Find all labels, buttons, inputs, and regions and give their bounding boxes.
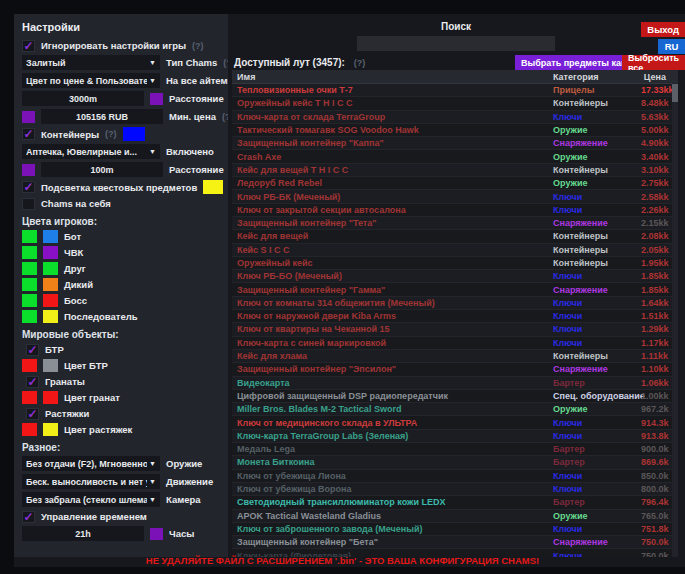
player-type-color-swatch[interactable] [43,262,58,275]
table-row[interactable]: Ключ-карта от склада TerraGroupКлючи5.63… [232,111,678,124]
table-row[interactable]: Ключ РБ-БК (Меченый)Ключи2.58kk [232,190,678,203]
table-row[interactable]: Цифровой защищенный DSP радиопередатчикС… [232,390,678,403]
table-row[interactable]: Монета БиткоинаБартер869.6k [232,456,678,469]
hours-color-swatch[interactable] [150,528,163,540]
player-visible-color-swatch[interactable] [22,230,37,243]
table-row[interactable]: Ключ от наружной двери Kiba ArmsКлючи1.5… [232,310,678,323]
camera-dropdown[interactable]: Без забрала (стекло шлема) ▼ [22,492,160,507]
table-row[interactable]: APOK Tactical Wasteland GladiusОружие765… [232,510,678,523]
item-category: Контейнеры [553,351,641,361]
table-row[interactable]: Светодиодный трансиллюминатор кожи LEDXБ… [232,496,678,509]
table-row[interactable]: Ключ от медицинского склада в УЛЬТРАКлюч… [232,416,678,429]
table-row[interactable]: Кейс для хламаКонтейнеры1.11kk [232,350,678,363]
table-row[interactable]: Оружейный кейс T H I C CКонтейнеры8.48kk [232,97,678,110]
btr-color-swatch-1[interactable] [22,359,37,372]
tripwire-color-swatch-1[interactable] [22,423,37,436]
tripwire-color-swatch-2[interactable] [43,423,58,436]
table-row[interactable]: Ключ от заброшенного завода (Меченый)Клю… [232,523,678,536]
weapon-dropdown[interactable]: Без отдачи (F2), Мгновенное п ▼ [22,456,160,471]
table-row[interactable]: Защищенный контейнер "Эпсилон"Снаряжение… [232,363,678,376]
table-row[interactable]: Ледоруб Red RebelОружие2.75kk [232,177,678,190]
column-header-name[interactable]: Имя [232,72,553,82]
player-type-color-swatch[interactable] [43,246,58,259]
item-category: Бартер [553,457,641,467]
player-visible-color-swatch[interactable] [22,262,37,275]
player-color-row: Босс [22,294,220,307]
movement-dropdown[interactable]: Беск. выносливость и нет уста ▼ [22,474,160,489]
containers-color-swatch[interactable] [123,127,145,141]
ignore-game-settings-checkbox[interactable]: ✓ [22,40,35,52]
table-row[interactable]: Защищенный контейнер "Каппа"Снаряжение4.… [232,137,678,150]
help-icon[interactable]: (?) [105,129,117,139]
table-row[interactable]: Crash AxeОружие3.40kk [232,150,678,163]
table-row[interactable]: Тактический томагавк SOG Voodoo HawkОруж… [232,124,678,137]
loot-scrollbar-thumb[interactable] [672,84,678,102]
tripwires-checkbox[interactable]: ✓ [26,408,39,420]
table-row[interactable]: Ключ РБ-БО (Меченый)Ключи1.85kk [232,270,678,283]
min-price-input[interactable] [41,109,163,124]
player-type-color-swatch[interactable] [43,278,58,291]
player-type-color-swatch[interactable] [43,310,58,323]
time-control-checkbox[interactable]: ✓ [22,511,35,523]
player-visible-color-swatch[interactable] [22,246,37,259]
table-row[interactable]: Ключ от убежища ЛионаКлючи850.0k [232,470,678,483]
table-row[interactable]: Защищенный контейнер "Бета"Снаряжение750… [232,536,678,549]
movement-value: Беск. выносливость и нет уста [26,477,147,487]
containers-distance-input[interactable] [41,162,163,177]
chams-type-label: Тип Chams [166,57,217,68]
table-row[interactable]: Ключ-карта TerraGroup Labs (Зеленая)Ключ… [232,430,678,443]
distance-color-swatch[interactable] [150,93,163,105]
player-type-color-swatch[interactable] [43,294,58,307]
quest-color-swatch[interactable] [203,180,223,194]
table-row[interactable]: ВидеокартаБартер1.06kk [232,377,678,390]
grenade-color-swatch-1[interactable] [22,391,37,404]
help-icon[interactable]: (?) [354,58,366,68]
column-header-category[interactable]: Категория [553,72,641,82]
table-row[interactable]: Ключ от закрытой секции автосалонаКлючи2… [232,204,678,217]
help-icon[interactable]: (?) [192,41,204,51]
exit-button[interactable]: Выход [641,22,685,37]
chams-type-dropdown[interactable]: Залитый ▼ [22,55,160,70]
item-category: Оружие [553,404,641,414]
loot-title-row: Доступный лут (3457): (?) [234,57,365,68]
btr-checkbox[interactable]: ✓ [26,344,39,356]
tripwires-label: Растяжки [45,408,89,419]
table-row[interactable]: Кейс S I C CКонтейнеры2.05kk [232,244,678,257]
table-row[interactable]: Ключ-карта с синей маркировкойКлючи1.17k… [232,337,678,350]
table-row[interactable]: Медаль LegaБартер900.0k [232,443,678,456]
table-row[interactable]: Ключ от квартиры на Чеканной 15Ключи1.29… [232,323,678,336]
table-row[interactable]: Тепловизионные очки Т-7Прицелы17.33kk [232,84,678,97]
table-row[interactable]: Ключ от убежища ВоронаКлючи800.0k [232,483,678,496]
distance-input[interactable] [22,91,144,106]
table-row[interactable]: Оружейный кейсКонтейнеры1.95kk [232,257,678,270]
table-row[interactable]: Защищенный контейнер "Тета"Снаряжение2.1… [232,217,678,230]
search-input[interactable] [357,36,555,51]
btr-color-swatch-2[interactable] [43,359,58,372]
all-items-dropdown[interactable]: Цвет по цене & Пользователь ▼ [22,73,160,88]
grenades-checkbox[interactable]: ✓ [26,376,39,388]
item-name: Монета Биткоина [232,457,553,467]
grenade-color-swatch-2[interactable] [43,391,58,404]
quest-highlight-checkbox[interactable]: ✓ [22,181,35,193]
self-chams-checkbox[interactable] [22,198,35,210]
containers-filter-dropdown[interactable]: Аптечка, Ювелирные и... ▼ [22,144,160,159]
table-row[interactable]: Кейс для вещей T H I C CКонтейнеры3.10kk [232,164,678,177]
min-price-color-swatch[interactable] [22,111,35,123]
table-row[interactable]: Кейс для вещейКонтейнеры2.08kk [232,230,678,243]
item-name: Оружейный кейс T H I C C [232,98,553,108]
player-visible-color-swatch[interactable] [22,278,37,291]
table-row[interactable]: Miller Bros. Blades M-2 Tactical SwordОр… [232,403,678,416]
help-icon[interactable]: (?) [222,112,228,122]
table-row[interactable]: Защищенный контейнер "Гамма"Снаряжение1.… [232,283,678,296]
hours-input[interactable] [22,526,144,541]
help-icon[interactable]: (?) [223,58,228,68]
player-visible-color-swatch[interactable] [22,310,37,323]
column-header-price[interactable]: Цена [641,72,678,82]
containers-checkbox[interactable]: ✓ [22,128,35,140]
player-type-color-swatch[interactable] [43,230,58,243]
player-visible-color-swatch[interactable] [22,294,37,307]
table-row[interactable]: Ключ от комнаты 314 общежития (Меченый)К… [232,297,678,310]
containers-distance-swatch[interactable] [22,164,35,176]
loot-scrollbar[interactable] [672,83,678,557]
drop-all-button[interactable]: Выбросить все [622,55,685,70]
